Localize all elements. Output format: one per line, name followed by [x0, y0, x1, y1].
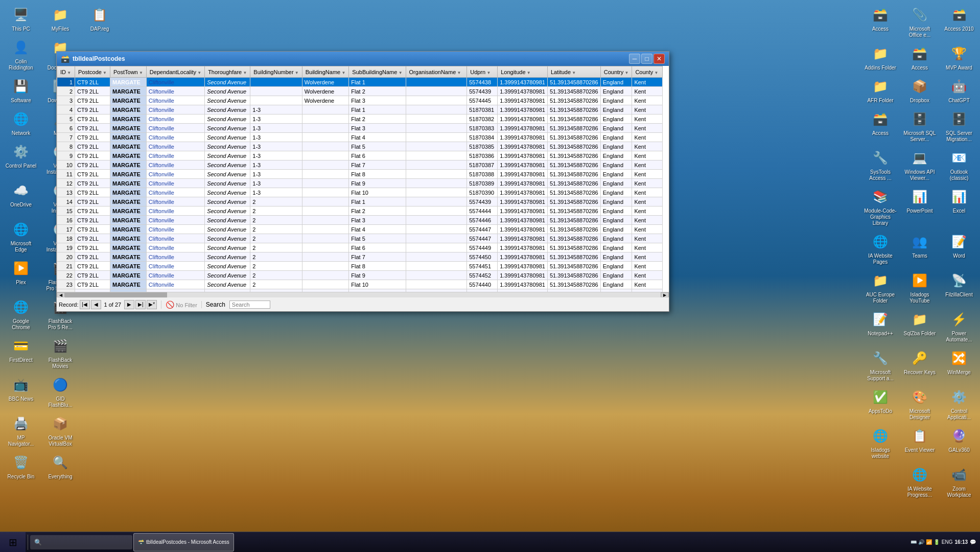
- desktop-icon-edge[interactable]: 🌐 Microsoft Edge: [3, 217, 39, 255]
- desktop-icon-bbcnews[interactable]: 📺 BBC News: [3, 373, 39, 410]
- desktop-icon-virtualbox[interactable]: 📦 Oracle VM VirtualBox: [42, 411, 79, 449]
- desktop-icon-mssupport[interactable]: 🔧 Microsoft Support a...: [862, 346, 899, 384]
- table-row[interactable]: 15CT9 2LLMARGATECliftonvilleSecond Avenu…: [57, 206, 663, 216]
- table-row[interactable]: 10CT9 2LLMARGATECliftonvilleSecond Avenu…: [57, 160, 663, 170]
- close-button[interactable]: ✕: [654, 54, 665, 64]
- desktop-icon-onedrive[interactable]: ☁️ OneDrive: [3, 178, 39, 216]
- desktop-icon-appstodo[interactable]: ✅ AppsToDo: [862, 385, 899, 423]
- desktop-icon-isladogs-web[interactable]: 🌐 Isladogs website: [862, 424, 899, 462]
- desktop-icon-afr[interactable]: 📁 AFR Folder: [862, 74, 899, 106]
- table-row[interactable]: 12CT9 2LLMARGATECliftonvilleSecond Avenu…: [57, 179, 663, 188]
- desktop-icon-chrome[interactable]: 🌐 Google Chrome: [3, 295, 39, 333]
- col-organisationname[interactable]: OrganisationName: [406, 66, 467, 78]
- table-row[interactable]: 16CT9 2LLMARGATECliftonvilleSecond Avenu…: [57, 216, 663, 225]
- desktop-icon-chatgpt[interactable]: 🤖 ChatGPT: [941, 74, 977, 106]
- table-row[interactable]: 23CT9 2LLMARGATECliftonvilleSecond Avenu…: [57, 280, 663, 289]
- desktop-icon-winapi[interactable]: 💻 Windows API Viewer...: [901, 146, 938, 183]
- table-container[interactable]: ID Postcode PostTown DependantLocality T…: [57, 66, 669, 292]
- desktop-icon-mpnav[interactable]: 🖨️ MP Navigator...: [3, 411, 39, 449]
- prev-record-button[interactable]: ◀: [91, 300, 101, 309]
- desktop-icon-msdesigner[interactable]: 🎨 Microsoft Designer: [901, 385, 938, 423]
- desktop-icon-teams[interactable]: 👥 Teams: [901, 229, 938, 267]
- taskbar-access-item[interactable]: 🗃️ tblIdealPostcodes - Microsoft Access: [133, 533, 234, 551]
- desktop-icon-addins[interactable]: 📁 Addins Folder: [862, 41, 899, 73]
- table-header[interactable]: ID Postcode PostTown DependantLocality T…: [57, 66, 663, 78]
- desktop-icon-modulecode[interactable]: 📚 Module-Code-Graphics Library: [862, 185, 899, 228]
- scroll-right-button[interactable]: ▶: [661, 292, 669, 297]
- desktop-icon-isladogs-yt[interactable]: ▶️ Isladogs YouTube: [901, 268, 938, 306]
- table-row[interactable]: 13CT9 2LLMARGATECliftonvilleSecond Avenu…: [57, 188, 663, 197]
- horizontal-scrollbar[interactable]: ◀ ▶: [57, 292, 669, 297]
- table-row[interactable]: 20CT9 2LLMARGATECliftonvilleSecond Avenu…: [57, 252, 663, 262]
- desktop-icon-ia-website[interactable]: 🌐 IA Website Pages: [862, 229, 899, 267]
- desktop-icon-notepadpp[interactable]: 📝 Notepad++: [862, 307, 899, 345]
- desktop-icon-recyclebin[interactable]: 🗑️ Recycle Bin: [3, 450, 39, 482]
- desktop-icon-access1[interactable]: 🗃️ Access: [862, 107, 899, 145]
- table-row[interactable]: 5CT9 2LLMARGATECliftonvilleSecond Avenue…: [57, 114, 663, 124]
- table-row[interactable]: 22CT9 2LLMARGATECliftonvilleSecond Avenu…: [57, 271, 663, 280]
- desktop-icon-access3[interactable]: 🗃️ Access: [862, 3, 899, 40]
- col-postcode[interactable]: Postcode: [75, 66, 110, 78]
- desktop-icon-excel[interactable]: 📊 Excel: [941, 185, 977, 228]
- desktop-icon-sqlserver[interactable]: 🗄️ Microsoft SQL Server...: [901, 107, 938, 145]
- col-longitude[interactable]: Longitude: [498, 66, 548, 78]
- table-row[interactable]: 8CT9 2LLMARGATECliftonvilleSecond Avenue…: [57, 142, 663, 151]
- table-row[interactable]: 1CT9 2LLMARGATECliftonvilleSecond Avenue…: [57, 78, 663, 87]
- scroll-left-button[interactable]: ◀: [57, 292, 65, 297]
- scroll-track[interactable]: [65, 292, 661, 297]
- col-id[interactable]: ID: [57, 66, 75, 78]
- desktop-icon-dropbox[interactable]: 📦 Dropbox: [901, 74, 938, 106]
- desktop-icon-colin[interactable]: 👤 Colin Riddington: [3, 35, 39, 73]
- table-row[interactable]: 19CT9 2LLMARGATECliftonvilleSecond Avenu…: [57, 243, 663, 252]
- desktop-icon-mvpaward[interactable]: 🏆 MVP Award: [941, 41, 977, 73]
- window-titlebar[interactable]: 🗃️ tblIdealPostcodes ─ □ ✕: [57, 52, 669, 66]
- col-udprn[interactable]: Udprn: [467, 66, 498, 78]
- desktop-icon-access2[interactable]: 🗃️ Access: [901, 41, 938, 73]
- table-row[interactable]: 3CT9 2LLMARGATECliftonvilleSecond Avenue…: [57, 96, 663, 105]
- desktop-icon-sqlzba[interactable]: 📁 SqlZba Folder: [901, 307, 938, 345]
- new-record-button[interactable]: ▶*: [147, 300, 157, 309]
- search-input[interactable]: [229, 301, 270, 309]
- last-record-button[interactable]: ▶|: [135, 300, 146, 309]
- desktop-icon-thispc[interactable]: 🖥️ This PC: [3, 3, 39, 34]
- desktop-icon-controlapps[interactable]: ⚙️ Control Applicati...: [941, 385, 977, 423]
- notification-button[interactable]: 💬: [970, 539, 976, 545]
- scroll-thumb[interactable]: [65, 292, 167, 297]
- desktop-icon-network[interactable]: 🌐 Network: [3, 107, 39, 139]
- col-posttown[interactable]: PostTown: [110, 66, 147, 78]
- desktop-icon-firstdirect[interactable]: 💳 FirstDirect: [3, 334, 39, 372]
- desktop-icon-word[interactable]: 📝 Word: [941, 229, 977, 267]
- desktop-icon-controlpanel[interactable]: ⚙️ Control Panel: [3, 140, 39, 177]
- table-row[interactable]: 14CT9 2LLMARGATECliftonvilleSecond Avenu…: [57, 197, 663, 206]
- table-row[interactable]: 2CT9 2LLMARGATECliftonvilleSecond Avenue…: [57, 87, 663, 96]
- table-row[interactable]: 6CT9 2LLMARGATECliftonvilleSecond Avenue…: [57, 124, 663, 133]
- desktop-icon-systools[interactable]: 🔧 SysTools Access ...: [862, 146, 899, 183]
- col-buildingname[interactable]: BuildingName: [302, 66, 349, 78]
- col-country[interactable]: Country: [600, 66, 632, 78]
- desktop-icon-msoffice[interactable]: 📎 Microsoft Office e...: [901, 3, 938, 40]
- col-buildingnumber[interactable]: BuildingNumber: [250, 66, 302, 78]
- table-row[interactable]: 11CT9 2LLMARGATECliftonvilleSecond Avenu…: [57, 170, 663, 179]
- desktop-icon-everything[interactable]: 🔍 Everything: [42, 450, 79, 482]
- taskbar-search[interactable]: 🔍: [30, 535, 132, 549]
- desktop-icon-power-automate[interactable]: ⚡ Power Automate...: [941, 307, 977, 345]
- table-row[interactable]: 21CT9 2LLMARGATECliftonvilleSecond Avenu…: [57, 262, 663, 271]
- desktop-icon-eventviewer[interactable]: 📋 Event Viewer: [901, 424, 938, 462]
- col-thoroughfare[interactable]: Thoroughfare: [205, 66, 250, 78]
- desktop-icon-filezilla[interactable]: 📡 FilzillaClient: [941, 268, 977, 306]
- desktop-icon-winmerge[interactable]: 🔀 WinMerge: [941, 346, 977, 384]
- desktop-icon-galv360[interactable]: 🔮 GALv360: [941, 424, 977, 462]
- col-dependantlocality[interactable]: DependantLocality: [146, 66, 204, 78]
- desktop-icon-recoverkeys[interactable]: 🔑 Recover Keys: [901, 346, 938, 384]
- desktop-icon-outlook[interactable]: 📧 Outlook (classic): [941, 146, 977, 183]
- table-row[interactable]: 7CT9 2LLMARGATECliftonvilleSecond Avenue…: [57, 133, 663, 142]
- desktop-icon-zoom[interactable]: 📹 Zoom Workplace: [941, 463, 977, 500]
- desktop-icon-software[interactable]: 💾 Software: [3, 74, 39, 106]
- desktop-icon-access2010[interactable]: 🗃️ Access 2010: [941, 3, 977, 40]
- next-record-button[interactable]: ▶: [124, 300, 134, 309]
- table-row[interactable]: 18CT9 2LLMARGATECliftonvilleSecond Avenu…: [57, 234, 663, 243]
- col-subbuildingname[interactable]: SubBuildingName: [349, 66, 406, 78]
- desktop-icon-sqlserver-mig[interactable]: 🗄️ SQL Server Migration...: [941, 107, 977, 145]
- start-button[interactable]: ⊞: [0, 532, 26, 553]
- desktop-icon-plex[interactable]: ▶️ Plex: [3, 256, 39, 294]
